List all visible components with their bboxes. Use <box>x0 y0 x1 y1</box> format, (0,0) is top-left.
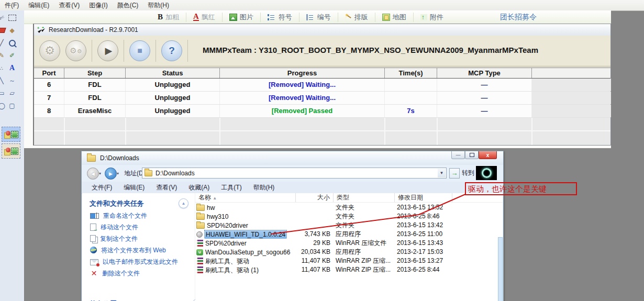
task-move-file[interactable]: 移动这个文件 <box>82 224 195 231</box>
back-button[interactable]: ◀ <box>87 168 99 180</box>
exp-menu-file[interactable]: 文件(F) <box>86 183 118 192</box>
file-row[interactable]: hw 文件夹2013-6-15 13:52 <box>195 203 503 212</box>
wandoujia-icon: ∪ <box>196 249 203 255</box>
exp-menu-view[interactable]: 查看(V) <box>150 183 183 192</box>
polygon-tool-icon[interactable]: ▱ <box>7 88 17 98</box>
col-port[interactable]: Port <box>34 68 64 78</box>
rename-icon <box>90 213 99 219</box>
promo-link[interactable]: 团长招募令 <box>500 13 537 22</box>
red-text-button[interactable]: A飘红 <box>186 13 223 22</box>
exp-menu-help[interactable]: 帮助(H) <box>248 183 281 192</box>
file-row[interactable]: SPD%20driver 文件夹2013-6-15 13:42 <box>195 221 503 230</box>
table-row[interactable]: 6 FDL Unplugged [Removed] Waiting... — <box>34 79 610 92</box>
bold-button[interactable]: B加粗 <box>151 13 186 22</box>
map-button[interactable]: 地图 <box>375 13 414 22</box>
header-type[interactable]: 类型 <box>334 193 395 202</box>
settings-button[interactable]: ⚙ <box>39 40 60 61</box>
paint-menu-edit[interactable]: 编辑(E) <box>24 0 54 10</box>
task-email-file[interactable]: 以电子邮件形式发送此文件 <box>82 258 195 266</box>
col-mcp-type[interactable]: MCP Type <box>437 68 532 78</box>
back-dropdown-icon[interactable]: ▾ <box>99 171 101 176</box>
col-time[interactable]: Time(s) <box>385 68 437 78</box>
multi-settings-button[interactable]: ⚙⚙ <box>65 40 86 61</box>
numbered-list-button[interactable]: 编号 <box>299 13 338 22</box>
rounded-rect-tool-icon[interactable]: ▢ <box>7 101 17 111</box>
explorer-titlebar[interactable]: D:\Downloads — x <box>82 151 503 165</box>
browser-logo <box>476 166 497 180</box>
file-list: 名称 ▲ 大小 类型 修改日期 hw 文件夹2013-6-15 13:52 hw… <box>195 193 503 301</box>
curve-tool-icon[interactable]: ～ <box>7 75 17 86</box>
file-row[interactable]: 刷机工具、驱动 11,407 KBWinRAR ZIP 压缩...2013-6-… <box>195 257 503 265</box>
go-arrow-icon: → <box>449 168 460 179</box>
file-row[interactable]: ∪WanDouJiaSetup_pt_sogou66 20,034 KB应用程序… <box>195 248 503 257</box>
header-size[interactable]: 大小 <box>296 193 334 202</box>
address-dropdown-icon[interactable]: ▼ <box>438 169 446 177</box>
draw-option-transparent[interactable] <box>2 143 20 159</box>
eraser-icon[interactable] <box>0 25 7 36</box>
bold-icon: B <box>158 13 163 21</box>
email-icon <box>90 259 98 265</box>
paint-menu-help[interactable]: 帮助(H) <box>143 0 174 10</box>
brush-icon[interactable]: ✐ <box>7 50 17 61</box>
minimize-button[interactable]: — <box>451 151 465 159</box>
col-step[interactable]: Step <box>64 68 126 78</box>
symbol-list-button[interactable]: 符号 <box>261 13 299 22</box>
rd-titlebar: ++ ResearchDownload - R2.9.7001 <box>34 24 610 36</box>
col-status[interactable]: Status <box>126 68 220 78</box>
red-text-icon: A <box>193 13 199 21</box>
forward-dropdown-icon[interactable]: ▾ <box>117 171 119 176</box>
file-row[interactable]: SPD%20driver 29 KBWinRAR 压缩文件2013-6-15 1… <box>195 239 503 248</box>
globe-icon <box>90 247 97 253</box>
attachment-button[interactable]: 附件 <box>414 13 450 22</box>
file-row-selected[interactable]: HUAWEI_WIFI_TD_1.0.0.24 3,743 KB应用程序2013… <box>195 230 503 239</box>
rectangle-tool-icon[interactable]: ▭ <box>0 88 7 98</box>
help-button[interactable]: ? <box>161 40 182 61</box>
folder-icon <box>196 205 205 211</box>
header-date[interactable]: 修改日期 <box>395 193 452 202</box>
table-row[interactable]: 8 EraseMisc Unplugged [Removed] Passed 7… <box>34 105 610 118</box>
sort-asc-icon: ▲ <box>213 196 217 200</box>
file-row[interactable]: hwy310 文件夹2013-6-25 8:46 <box>195 212 503 221</box>
question-icon: ? <box>169 45 175 57</box>
go-button[interactable]: → 转到 <box>449 168 474 179</box>
ellipse-tool-icon[interactable]: ◯ <box>0 101 7 111</box>
close-button[interactable]: x <box>479 151 497 159</box>
fill-bucket-icon[interactable]: ◆ <box>7 25 17 36</box>
col-progress[interactable]: Progress <box>220 68 385 78</box>
exp-menu-favorites[interactable]: 收藏(A) <box>183 183 215 192</box>
exp-menu-tools[interactable]: 工具(T) <box>215 183 247 192</box>
paint-menu-image[interactable]: 图像(I) <box>84 0 112 10</box>
rd-app-icon: ++ <box>37 27 46 33</box>
paint-menu-file[interactable]: 件(F) <box>0 0 24 10</box>
stop-download-button[interactable]: ■ <box>129 40 150 61</box>
winrar-icon <box>196 240 203 247</box>
pencil-icon[interactable]: ✎ <box>0 50 7 61</box>
paint-menu-view[interactable]: 查看(V) <box>54 0 84 10</box>
maximize-button[interactable] <box>465 151 479 159</box>
task-delete-file[interactable]: ✕删除这个文件 <box>82 270 195 277</box>
line-tool-icon[interactable]: ╲ <box>0 75 7 86</box>
table-row[interactable]: 7 FDL Unplugged [Removed] Waiting... — <box>34 92 610 105</box>
file-list-scrollbar[interactable] <box>498 237 503 301</box>
draw-option-opaque[interactable] <box>2 127 20 142</box>
rect-select-icon[interactable] <box>7 13 17 23</box>
layout-button[interactable]: 排版 <box>338 13 375 22</box>
exp-menu-edit[interactable]: 编辑(E) <box>118 183 150 192</box>
airbrush-icon[interactable]: ∴ <box>0 63 7 73</box>
magnifier-icon[interactable] <box>7 38 17 48</box>
color-picker-icon[interactable]: ╱ <box>0 38 7 48</box>
text-tool-icon[interactable]: A <box>7 63 17 73</box>
task-rename-file[interactable]: 重命名这个文件 <box>82 212 195 220</box>
file-row[interactable]: 刷机工具、驱动 (1) 11,407 KBWinRAR ZIP 压缩...201… <box>195 265 503 274</box>
start-download-button[interactable]: ▶ <box>97 40 118 61</box>
rd-port-table: Port Step Status Progress Time(s) MCP Ty… <box>34 68 610 118</box>
paint-menu-color[interactable]: 颜色(C) <box>113 0 143 10</box>
insert-image-button[interactable]: 图片 <box>223 13 261 22</box>
paint-menubar: 件(F) 编辑(E) 查看(V) 图像(I) 颜色(C) 帮助(H) <box>0 0 644 11</box>
header-name[interactable]: 名称 ▲ <box>195 193 296 202</box>
task-copy-file[interactable]: 复制这个文件 <box>82 235 195 243</box>
address-input[interactable]: D:\Downloads ▼ <box>142 168 447 179</box>
collapse-chevron-icon[interactable]: ▲ <box>179 198 188 208</box>
task-publish-web[interactable]: 将这个文件发布到 Web <box>82 247 195 254</box>
forward-button[interactable]: ▶ <box>105 168 117 180</box>
